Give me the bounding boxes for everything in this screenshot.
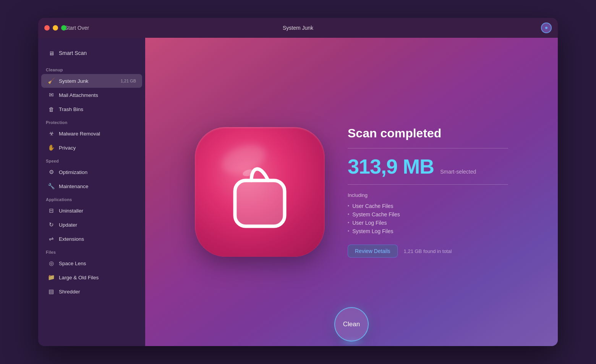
including-list: User Cache Files System Cache Files User…: [348, 202, 508, 235]
close-button[interactable]: [44, 25, 50, 31]
updater-label: Updater: [59, 222, 136, 228]
sidebar-item-updater[interactable]: ↻ Updater: [41, 218, 142, 232]
maximize-button[interactable]: [61, 25, 66, 31]
malware-removal-label: Malware Removal: [59, 131, 136, 137]
updater-icon: ↻: [47, 221, 55, 229]
app-window: ‹ Start Over System Junk 🖥 Smart Scan Cl…: [38, 18, 558, 346]
mail-attachments-label: Mail Attachments: [59, 92, 136, 98]
sidebar-item-mail-attachments[interactable]: ✉ Mail Attachments: [41, 88, 142, 102]
privacy-icon: ✋: [47, 144, 55, 151]
system-junk-badge: 1,21 GB: [121, 79, 136, 83]
list-item: User Cache Files: [348, 202, 508, 210]
app-icon-container: [195, 127, 325, 257]
sidebar-item-optimization[interactable]: ⚙ Optimization: [41, 165, 142, 179]
sidebar: 🖥 Smart Scan Cleanup 🧹 System Junk 1,21 …: [38, 38, 145, 346]
shredder-icon: ▤: [47, 288, 55, 295]
main-content: Scan completed 313,9 MB Smart-selected I…: [145, 38, 558, 346]
back-label: Start Over: [65, 25, 89, 31]
space-lens-icon: ◎: [47, 259, 55, 267]
scan-completed-title: Scan completed: [348, 126, 508, 140]
system-junk-label: System Junk: [59, 78, 117, 84]
sidebar-item-uninstaller[interactable]: ⊟ Uninstaller: [41, 204, 142, 217]
sidebar-item-shredder[interactable]: ▤ Shredder: [41, 285, 142, 298]
optimization-label: Optimization: [59, 169, 136, 175]
total-found-label: 1,21 GB found in total: [404, 248, 452, 254]
app-icon: [195, 127, 325, 257]
clean-button[interactable]: Clean: [334, 307, 369, 341]
scan-divider-top: [348, 148, 508, 148]
system-junk-icon: 🧹: [47, 77, 55, 85]
section-label-protection: Protection: [38, 116, 145, 126]
trash-bins-icon: 🗑: [47, 105, 55, 113]
mail-attachments-icon: ✉: [47, 91, 55, 99]
maintenance-icon: 🔧: [47, 182, 55, 190]
section-label-speed: Speed: [38, 155, 145, 165]
sidebar-item-malware-removal[interactable]: ☣ Malware Removal: [41, 127, 142, 140]
app-logo-svg: [218, 150, 302, 234]
content-area: 🖥 Smart Scan Cleanup 🧹 System Junk 1,21 …: [38, 38, 558, 346]
window-title: System Junk: [283, 25, 313, 31]
minimize-button[interactable]: [53, 25, 58, 31]
extensions-icon: ⇌: [47, 235, 55, 243]
sidebar-item-large-old-files[interactable]: 📁 Large & Old Files: [41, 271, 142, 284]
large-old-files-label: Large & Old Files: [59, 275, 136, 280]
extensions-label: Extensions: [59, 236, 136, 242]
list-item: User Log Files: [348, 219, 508, 227]
list-item: System Cache Files: [348, 210, 508, 219]
scan-size-row: 313,9 MB Smart-selected: [348, 155, 508, 178]
sidebar-item-maintenance[interactable]: 🔧 Maintenance: [41, 179, 142, 193]
clean-button-area: Clean: [334, 303, 369, 346]
svg-rect-0: [235, 180, 285, 226]
large-old-files-icon: 📁: [47, 274, 55, 281]
section-label-files: Files: [38, 246, 145, 256]
scan-divider-bottom: [348, 184, 508, 185]
titlebar-center: System Junk: [283, 25, 313, 31]
maintenance-label: Maintenance: [59, 184, 136, 189]
avatar-button[interactable]: [541, 23, 552, 33]
review-row: Review Details 1,21 GB found in total: [348, 245, 508, 258]
uninstaller-icon: ⊟: [47, 207, 55, 214]
section-label-cleanup: Cleanup: [38, 64, 145, 74]
trash-bins-label: Trash Bins: [59, 106, 136, 112]
scan-info-panel: Scan completed 313,9 MB Smart-selected I…: [348, 126, 508, 258]
sidebar-item-privacy[interactable]: ✋ Privacy: [41, 141, 142, 155]
including-label: Including: [348, 192, 508, 198]
avatar-dot: [545, 27, 547, 29]
space-lens-label: Space Lens: [59, 261, 136, 266]
sidebar-item-smart-scan[interactable]: 🖥 Smart Scan: [41, 45, 142, 61]
shredder-label: Shredder: [59, 289, 136, 295]
titlebar: ‹ Start Over System Junk: [38, 18, 558, 38]
optimization-icon: ⚙: [47, 168, 55, 176]
sidebar-item-system-junk[interactable]: 🧹 System Junk 1,21 GB: [41, 74, 142, 88]
malware-removal-icon: ☣: [47, 130, 55, 137]
traffic-lights: [44, 25, 66, 31]
sidebar-item-extensions[interactable]: ⇌ Extensions: [41, 232, 142, 246]
sidebar-item-space-lens[interactable]: ◎ Space Lens: [41, 256, 142, 270]
sidebar-item-trash-bins[interactable]: 🗑 Trash Bins: [41, 102, 142, 116]
privacy-label: Privacy: [59, 145, 136, 151]
smart-scan-label: Smart Scan: [59, 50, 136, 56]
clean-button-glow: [336, 338, 367, 346]
uninstaller-label: Uninstaller: [59, 208, 136, 214]
smart-selected-label: Smart-selected: [440, 169, 476, 175]
section-label-applications: Applications: [38, 193, 145, 203]
main-area: Scan completed 313,9 MB Smart-selected I…: [145, 38, 558, 346]
smart-scan-icon: 🖥: [47, 49, 55, 57]
review-details-button[interactable]: Review Details: [348, 245, 398, 258]
list-item: System Log Files: [348, 227, 508, 235]
scan-size-value: 313,9 MB: [348, 155, 434, 178]
